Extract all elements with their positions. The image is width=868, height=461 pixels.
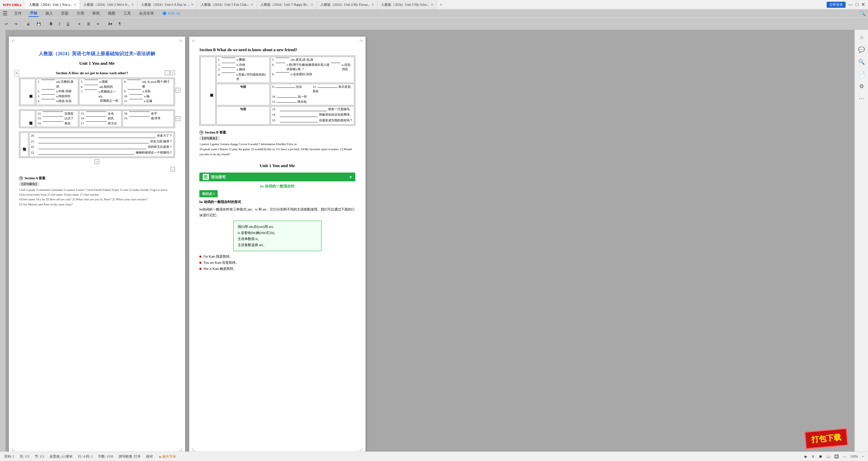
phrase-col1: 12.交朋友 13.认识了 14.来自 <box>36 111 78 127</box>
sentence-22: 22. 你的班主任是谁？ <box>31 145 172 149</box>
menu-review[interactable]: 审阅 <box>91 10 101 17</box>
b-vocab-col1: 1.n.鹦鹉 2.n.吉他 3.n.网球 4.n.页面;(书刊或纸张的)页 <box>216 57 270 83</box>
toolbar-print[interactable]: 🖨 <box>24 19 32 28</box>
toolbar-font-size[interactable]: A▾ <box>106 19 115 28</box>
toolbar-paragraph[interactable]: ¶ <box>117 19 123 28</box>
menu-vip[interactable]: 会员专享 <box>138 10 155 17</box>
zoom-out[interactable]: — <box>843 455 846 458</box>
add-tab-button[interactable]: + <box>437 2 445 7</box>
answer-label-b: 【词句聚焦】 <box>199 136 220 140</box>
grammar-collapse-icon[interactable]: ∨ <box>349 174 352 180</box>
sentences-col: 20. 你多大了？ 21. 你在几班,做得？ 22. 你的班主任是 <box>29 133 174 157</box>
tab-6[interactable]: 人教版（2024）Unit 4 My Favou... ✕ <box>317 0 378 9</box>
toolbar-save[interactable]: 💾 <box>34 19 43 28</box>
category-b-sentences2: 句语 <box>216 106 270 125</box>
tab-close-1[interactable]: ✕ <box>74 3 76 6</box>
table-shrink-bottom[interactable]: - <box>170 167 175 172</box>
toolbar-align-left[interactable]: ≡ <box>76 19 83 28</box>
menu-home[interactable]: 开始 <box>28 10 39 17</box>
menu-ref[interactable]: 引用 <box>75 10 85 17</box>
page-right: Section B What do we need to know about … <box>189 37 366 454</box>
view-icon-2[interactable]: ⏸ <box>811 455 815 458</box>
vocab-item-10: 10.n.锅 <box>124 94 172 99</box>
view-icon-1[interactable]: ▶ <box>805 455 807 458</box>
toolbar-sep-3 <box>74 20 74 27</box>
right-icon-search[interactable]: 🔍 <box>857 57 866 66</box>
sentences-expand-bottom[interactable]: + <box>95 159 99 164</box>
app-logo: WPS Office <box>3 3 21 7</box>
vocab-item-9: 9.n.乐队 <box>124 89 172 94</box>
corner-bl <box>12 448 15 451</box>
tab-close-6[interactable]: ✕ <box>371 3 374 6</box>
close-button[interactable]: ✕ <box>861 2 865 7</box>
corner-br-r <box>359 448 362 451</box>
tab-5[interactable]: 人教版（2024）Unit 7 Happy Bi... ✕ <box>257 0 317 9</box>
tab-close-4[interactable]: ✕ <box>251 3 253 6</box>
tab-1[interactable]: 人教版（2024）Unit 1 You a... ✕ <box>25 0 80 9</box>
answer-text-1: 1.full 2.grade 3.classmate 4.mistake 5.c… <box>19 187 175 197</box>
menu-page[interactable]: 页面 <box>60 10 70 17</box>
right-icon-dots[interactable]: ⋯ <box>857 94 866 103</box>
vocab-item-1: 1.adj.完整的;真的 <box>38 80 77 89</box>
toolbar-align-right[interactable]: ≡ <box>95 19 101 28</box>
menu-file[interactable]: 文件 <box>13 10 23 17</box>
example-1: I'm Kate.我是凯特。 <box>199 254 355 259</box>
right-icon-star[interactable]: ☆ <box>857 33 866 42</box>
phrase-item-14: 14.来自 <box>38 121 77 126</box>
b-sent-15: 15. 你愿意成为我的朋友吗？ <box>272 118 353 123</box>
tab-7[interactable]: 人教版（2024）Unit 3 My Scho... ✕ <box>378 0 437 9</box>
restore-button[interactable]: □ <box>856 2 859 7</box>
phrases-table: 短语 12.交朋友 13.认识了 14.来自 15.全名 16.姓氏 17.班主… <box>19 109 175 128</box>
tab-close-5[interactable]: ✕ <box>311 3 313 6</box>
minimize-button[interactable]: — <box>848 2 853 7</box>
toolbar-align-center[interactable]: ☰ <box>85 19 93 28</box>
toolbar-italic[interactable]: I <box>57 19 62 28</box>
tab-4[interactable]: 人教版（2024）Unit 5 Fun Club... ✕ <box>197 0 257 9</box>
menu-insert[interactable]: 插入 <box>44 10 54 17</box>
status-wordcount: 字数: 1110 <box>98 454 113 459</box>
answer-circle-icon: ⊙ <box>19 176 23 180</box>
zoom-in[interactable]: + <box>862 455 864 458</box>
example-3: She is Kate.她是凯特。 <box>199 266 355 271</box>
tab-close-2[interactable]: ✕ <box>131 3 134 6</box>
phrases-expand-right[interactable]: + <box>176 116 180 121</box>
expand-btn-1[interactable]: - <box>165 71 170 75</box>
category-sentences: 句型 <box>20 133 28 157</box>
zoom-level: 110% <box>850 455 858 458</box>
right-icon-doc[interactable]: 📄 <box>857 69 866 79</box>
phrase-item-17: 17.班主任 <box>81 121 120 126</box>
status-missing-font: ▲ 缺失字体 <box>158 454 176 459</box>
tab-2[interactable]: 人教版（2024）Unit 2 We're fr... ✕ <box>80 0 137 9</box>
menu-wpsai[interactable]: 🔷 WPS AI <box>161 11 181 16</box>
tab-3[interactable]: 人教版（2024）Unit 6 A Day in ... ✕ <box>138 0 197 9</box>
right-icon-comment[interactable]: 💬 <box>857 45 866 54</box>
search-icon[interactable]: 🔍 <box>860 11 865 16</box>
hamburger-menu[interactable]: ☰ <box>3 10 7 17</box>
phrase-item-16: 16.姓氏 <box>81 116 120 121</box>
corner-tr-r <box>359 40 362 43</box>
view-icon-4[interactable]: 📖 <box>826 455 830 458</box>
example-2: You are Kate.你是凯特。 <box>199 260 355 265</box>
register-button[interactable]: 立即登录 <box>827 2 846 8</box>
expand-btn-2[interactable]: + <box>170 71 175 75</box>
menu-tools[interactable]: 工具 <box>122 10 132 17</box>
table-expand-right[interactable]: + <box>176 88 180 93</box>
toolbar-bold[interactable]: B <box>47 19 55 28</box>
b-sent-12: 12.表示喜意;喜欢 <box>313 85 353 94</box>
toolbar-sep-4 <box>103 20 104 27</box>
toolbar: ↩ ↪ 🖨 💾 B I U ≡ ☰ ≡ A▾ ¶ <box>0 18 868 30</box>
tab-close-7[interactable]: ✕ <box>431 3 433 6</box>
download-badge[interactable]: 打包下载 <box>804 428 848 449</box>
menu-view[interactable]: 视图 <box>106 10 117 17</box>
view-icon-5[interactable]: 🔲 <box>834 455 839 458</box>
b-sent-empty1 <box>313 95 353 99</box>
view-icon-3[interactable]: ⏹ <box>819 455 822 458</box>
tab-close-3[interactable]: ✕ <box>191 3 194 6</box>
vocab-item-6: 6.adj.相同的 <box>81 85 120 89</box>
toolbar-undo[interactable]: ↩ <box>3 19 10 28</box>
toolbar-redo[interactable]: ↪ <box>12 19 20 28</box>
b-sentences: 9.住在 12.表示喜意;喜欢 10.说一些 11.弹吉他 <box>271 84 355 105</box>
vocab-item-3: 3.n.同班同学 <box>38 94 77 99</box>
right-icon-settings[interactable]: ⚙ <box>857 81 866 91</box>
toolbar-underline[interactable]: U <box>64 19 72 28</box>
